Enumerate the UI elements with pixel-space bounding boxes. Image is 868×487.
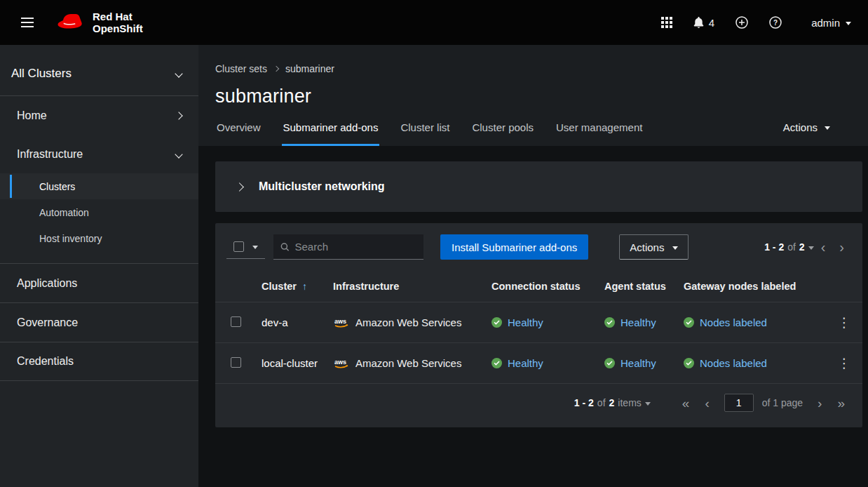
user-menu-button[interactable]: admin [811,17,851,29]
tabs: Overview Submariner add-ons Cluster list… [215,121,644,146]
chevron-right-icon [175,112,182,119]
top-prev-page-button[interactable]: ‹ [814,240,833,254]
pagination-range: 1 - 2 [764,241,784,253]
page-of-label: of 1 page [762,397,803,408]
last-page-button[interactable]: » [831,396,851,410]
row-kebab-menu[interactable]: ⋮ [832,313,857,332]
check-circle-icon [604,317,615,328]
aws-icon: aws [333,317,350,328]
chevron-down-icon [252,246,258,252]
breadcrumb-link-cluster-sets[interactable]: Cluster sets [215,63,267,74]
sidebar-item-label: Credentials [17,355,74,368]
sidebar-item-governance[interactable]: Governance [0,302,198,342]
username-label: admin [811,17,840,29]
sort-by-cluster-button[interactable]: Cluster ↑ [262,281,307,292]
agent-status-link[interactable]: Healthy [621,357,656,369]
check-circle-icon [684,358,694,368]
gateway-nodes-link[interactable]: Nodes labeled [700,316,767,328]
submariner-addons-table: Cluster ↑ Infrastructure Connection stat… [215,271,862,383]
table-toolbar: Install Submariner add-ons Actions 1 - 2… [215,223,862,271]
tab-cluster-pools[interactable]: Cluster pools [470,121,535,146]
sidebar-item-credentials[interactable]: Credentials [0,342,198,381]
chevron-down-icon [825,126,830,133]
bottom-pagination-menu[interactable]: 1 - 2 of 2 items [574,397,651,408]
bulk-select-dropdown[interactable] [226,235,265,259]
create-resource-button[interactable] [735,16,748,29]
pager: « ‹ of 1 page › » [676,394,851,412]
gateway-nodes-cell: Nodes labeled [684,316,820,328]
agent-status-link[interactable]: Healthy [621,316,656,328]
row-checkbox[interactable] [231,357,241,368]
sidebar-item-label: Host inventory [39,233,102,244]
help-button[interactable]: ? [769,16,782,29]
masthead-actions: 4 ? admin [661,16,851,29]
svg-text:aws: aws [334,318,346,325]
perspective-switcher[interactable]: All Clusters [0,45,198,96]
sidebar: All Clusters Home Infrastructure Cluster… [0,45,198,487]
app-launcher-button[interactable] [661,17,672,28]
sidebar-item-host-inventory[interactable]: Host inventory [0,225,198,251]
svg-text:?: ? [773,19,778,27]
table-footer-pagination: 1 - 2 of 2 items « ‹ of 1 page › » [215,383,862,427]
sidebar-item-infrastructure[interactable]: Infrastructure [0,135,198,173]
current-page-input[interactable] [724,394,754,412]
plus-circle-icon [735,16,748,29]
sidebar-item-label: Automation [39,207,89,218]
header-checkbox-cell [215,271,247,302]
svg-text:aws: aws [334,359,346,366]
tab-overview[interactable]: Overview [215,121,262,146]
column-header-infrastructure: Infrastructure [327,271,486,302]
pagination-of-label: of [787,241,796,253]
tab-cluster-list[interactable]: Cluster list [399,121,451,146]
toolbar-actions-dropdown[interactable]: Actions [619,234,689,260]
pagination-items-label: items [618,397,641,408]
sidebar-item-home[interactable]: Home [0,96,198,135]
row-kebab-menu[interactable]: ⋮ [832,354,857,373]
next-page-button[interactable]: › [811,396,828,410]
column-header-agent-status: Agent status [599,271,678,302]
sidebar-item-clusters[interactable]: Clusters [0,173,198,199]
select-all-checkbox[interactable] [233,241,244,252]
top-next-page-button[interactable]: › [832,240,851,254]
tab-submariner-add-ons[interactable]: Submariner add-ons [282,121,380,146]
connection-status-link[interactable]: Healthy [508,357,543,369]
install-submariner-button[interactable]: Install Submariner add-ons [440,234,588,260]
pagination-total: 2 [609,397,615,408]
sidebar-item-label: Clusters [39,181,75,192]
prev-page-button[interactable]: ‹ [698,396,715,410]
chevron-down-icon [672,246,678,253]
tab-user-management[interactable]: User management [555,121,644,146]
connection-status-link[interactable]: Healthy [508,316,543,328]
notifications-button[interactable]: 4 [693,17,714,29]
sidebar-item-applications[interactable]: Applications [0,263,198,302]
infrastructure-cell: aws Amazon Web Services [333,316,480,328]
search-icon [280,242,290,252]
chevron-down-icon [645,402,651,408]
page-actions-dropdown[interactable]: Actions [783,121,830,146]
check-circle-icon [491,317,502,328]
pagination-total: 2 [799,241,805,253]
check-circle-icon [604,358,615,368]
pagination-of-label: of [597,397,606,408]
breadcrumb-current: submariner [285,63,334,74]
connection-status-cell: Healthy [491,357,593,369]
pagination-range: 1 - 2 [574,397,594,408]
first-page-button[interactable]: « [676,396,696,410]
gateway-nodes-link[interactable]: Nodes labeled [700,357,767,369]
row-checkbox[interactable] [231,316,241,327]
search-box [273,234,423,260]
main-content: Cluster sets submariner submariner Overv… [198,45,868,487]
search-input[interactable] [295,241,416,253]
sidebar-item-label: Home [17,109,47,122]
check-circle-icon [684,317,694,328]
top-pagination-menu[interactable]: 1 - 2 of 2 [764,241,814,253]
nav-toggle-button[interactable] [17,13,38,32]
submariner-addons-table-card: Install Submariner add-ons Actions 1 - 2… [215,223,862,427]
sidebar-item-automation[interactable]: Automation [0,199,198,225]
cluster-name-cell: dev-a [247,302,327,343]
table-row: local-cluster aws Amazon Web Services [215,343,862,384]
bell-icon [693,17,704,28]
expand-toggle-button[interactable] [226,174,252,199]
chevron-down-icon [808,246,814,253]
infrastructure-label: Amazon Web Services [355,357,461,369]
